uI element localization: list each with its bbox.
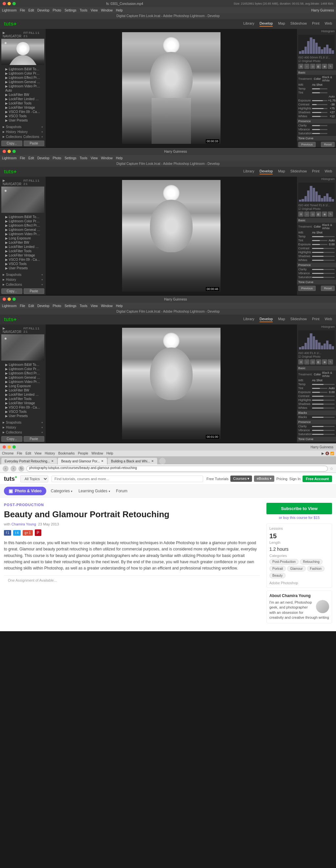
preset3-vsco-canon[interactable]: ▶ VSCO Film 09 - Canon: [0, 405, 45, 409]
menu-window-1[interactable]: Window: [101, 8, 113, 12]
close-btn-3[interactable]: [3, 298, 6, 301]
facebook-btn[interactable]: f 1: [4, 530, 11, 536]
menu-browser-window[interactable]: Window: [92, 452, 103, 455]
minimize-btn-1[interactable]: [7, 2, 11, 5]
menu-browser-people[interactable]: People: [78, 452, 88, 455]
copy-btn-2[interactable]: Copy...: [1, 288, 22, 294]
tool2-brush[interactable]: ✎: [328, 212, 333, 217]
preset2-lockfilter-bw[interactable]: ▶ LockFilter BW: [0, 240, 45, 245]
tab-web-2[interactable]: Web: [325, 169, 332, 175]
tool2-redeye[interactable]: ◎: [310, 212, 315, 217]
tool3-redeye[interactable]: ◎: [310, 359, 315, 365]
tab-develop-3[interactable]: Develop: [260, 317, 273, 322]
learning-guides-menu[interactable]: Learning Guides ▾: [77, 488, 111, 494]
preset2-video[interactable]: ▶ Lightroom Video Presets: [0, 232, 45, 236]
history-section-2[interactable]: ▶ History +: [0, 277, 45, 282]
tab-web-3[interactable]: Web: [325, 317, 332, 322]
tool3-spot[interactable]: ○: [304, 359, 309, 365]
address-input[interactable]: photography.tutsplus.com/courses/beauty-…: [26, 466, 328, 472]
signin-btn[interactable]: Sign In: [290, 477, 301, 481]
tab-map-2[interactable]: Map: [278, 169, 285, 175]
previous-btn-2[interactable]: Previous: [298, 286, 316, 291]
tag-beauty[interactable]: Beauty: [269, 573, 285, 578]
author-link[interactable]: Chamira Young: [11, 522, 36, 526]
menu-develop-1[interactable]: Develop: [37, 8, 49, 12]
forward-btn[interactable]: ›: [10, 466, 16, 472]
copy-btn-3[interactable]: Copy...: [1, 436, 22, 442]
menu-window-2[interactable]: Window: [101, 156, 113, 160]
preset3-effect[interactable]: ▶ Lightroom Effect Presets: [0, 371, 45, 375]
menu-photo-1[interactable]: Photo: [53, 8, 61, 12]
tag-portrait[interactable]: Portrait: [269, 566, 286, 571]
menu-help-3[interactable]: Help: [116, 304, 123, 308]
preset3-lockfilter-bw[interactable]: ▶ LockFilter BW: [0, 388, 45, 393]
menu-browser-file[interactable]: File: [17, 452, 22, 455]
collections-section-2[interactable]: ▶ Collections +: [0, 282, 45, 287]
tab-slideshow-2[interactable]: Slideshow: [291, 169, 307, 175]
preset-vsco-tools-1[interactable]: ▶ VSCO Tools: [0, 114, 45, 118]
snapshots-section-3[interactable]: ▶ Snapshots +: [0, 420, 45, 425]
preset-bw-toned-1[interactable]: ▶ Lightroom B&W Toned Presets: [0, 67, 45, 71]
preset2-lockfilter-limited[interactable]: ▶ LockFilter Limited Editions: [0, 245, 45, 249]
back-btn[interactable]: ‹: [3, 466, 8, 472]
browser-maximize-btn[interactable]: [12, 445, 16, 448]
pricing-btn[interactable]: Pricing: [276, 477, 288, 481]
menu-help-2[interactable]: Help: [116, 156, 123, 160]
preset2-lockfilter-vintage[interactable]: ▶ LockFilter Vintage: [0, 253, 45, 257]
preset2-color[interactable]: ▶ Lightroom Color Presets: [0, 219, 45, 223]
tab-print-3[interactable]: Print: [312, 317, 320, 322]
menu-settings-1[interactable]: Settings: [65, 8, 76, 12]
tool3-crop[interactable]: ⊞: [298, 359, 304, 365]
menu-settings-2[interactable]: Settings: [65, 156, 76, 160]
tab-develop-2[interactable]: Develop: [260, 169, 273, 175]
menu-file-2[interactable]: File: [20, 156, 25, 160]
menu-file-3[interactable]: File: [20, 304, 25, 308]
tool2-grad[interactable]: ◧: [316, 212, 321, 217]
tag-post-production[interactable]: Post-Production: [269, 559, 299, 564]
menu-view-3[interactable]: View: [91, 304, 98, 308]
tag-retouching[interactable]: Retouching: [300, 559, 323, 564]
tool-redeye[interactable]: ◎: [310, 64, 315, 69]
maximize-btn-1[interactable]: [12, 2, 16, 5]
free-account-btn[interactable]: Free Account: [303, 475, 332, 482]
forum-menu[interactable]: Forum: [115, 488, 129, 494]
paste-btn-3[interactable]: Paste: [24, 436, 45, 442]
tab-library-2[interactable]: Library: [243, 169, 254, 175]
preset-lockfilter-vintage-1[interactable]: ▶ LockFilter Vintage: [0, 105, 45, 110]
preset3-lockfilter-tools[interactable]: ▶ LockFilter Tools: [0, 397, 45, 401]
preset3-general[interactable]: ▶ Lightroom General Presets: [0, 375, 45, 380]
close-btn-2[interactable]: [3, 150, 6, 153]
menu-edit-3[interactable]: Edit: [29, 304, 34, 308]
auto-label-1[interactable]: Auto: [297, 95, 336, 98]
tab-close-3[interactable]: ✕: [151, 460, 154, 463]
preset3-bw-toned[interactable]: ▶ Lightroom B&W Toned Presets: [0, 363, 45, 367]
preset2-lockfilter-tools[interactable]: ▶ LockFilter Tools: [0, 249, 45, 253]
tab-map-1[interactable]: Map: [278, 21, 285, 27]
tab-library-1[interactable]: Library: [243, 21, 254, 27]
maximize-btn-2[interactable]: [12, 150, 16, 153]
preset3-vsco-tools[interactable]: ▶ VSCO Tools: [0, 409, 45, 414]
tool-grad[interactable]: ◧: [316, 64, 321, 69]
minimize-btn-3[interactable]: [7, 298, 11, 301]
collections-section-3[interactable]: ▶ Collections +: [0, 430, 45, 435]
categories-menu[interactable]: Categories ▾: [49, 488, 74, 494]
menu-browser-history[interactable]: History: [45, 452, 55, 455]
tag-glamour[interactable]: Glamour: [287, 566, 305, 571]
paste-btn-1[interactable]: Paste: [24, 141, 45, 146]
reset-btn-2[interactable]: Reset: [321, 286, 335, 291]
preset2-effect[interactable]: ▶ Lightroom Effect Presets: [0, 223, 45, 227]
preset-vsco-canon-1[interactable]: ▶ VSCO Film 09 - Canon: [0, 110, 45, 114]
twitter-btn[interactable]: t 4: [13, 530, 20, 536]
history-section-3[interactable]: ▶ History +: [0, 425, 45, 430]
menu-photo-3[interactable]: Photo: [53, 304, 61, 308]
preset-effect-1[interactable]: ▶ Lightroom Effect Presets: [0, 75, 45, 80]
tag-fashion[interactable]: Fashion: [307, 566, 325, 571]
preset-video-1[interactable]: ▶ Lightroom Video Presets: [0, 84, 45, 88]
browser-close-btn[interactable]: [3, 445, 6, 448]
menu-view-1[interactable]: View: [91, 8, 98, 12]
copy-btn-1[interactable]: Copy...: [1, 141, 22, 146]
maximize-btn-3[interactable]: [12, 298, 16, 301]
tool2-radial[interactable]: ◉: [322, 212, 327, 217]
preset3-video[interactable]: ▶ Lightroom Video Presets: [0, 380, 45, 384]
menu-lightroom-3[interactable]: Lightroom: [2, 304, 16, 308]
